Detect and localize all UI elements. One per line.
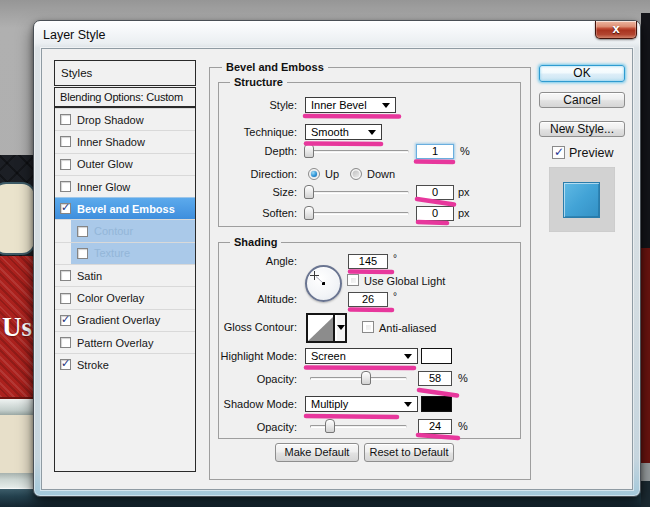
shadow-mode-label: Shadow Mode: <box>224 398 297 410</box>
sidebar-item-bevel-and-emboss[interactable]: Bevel and Emboss <box>55 197 195 219</box>
technique-dropdown[interactable]: Smooth <box>305 124 382 140</box>
style-label: Style: <box>269 99 297 111</box>
contour-triangle-shape <box>308 315 335 341</box>
sidebar-item-label: Pattern Overlay <box>77 337 153 349</box>
sidebar-item-contour[interactable]: Contour <box>55 219 195 241</box>
shadow-opacity-unit: % <box>458 420 468 432</box>
new-style-button[interactable]: New Style... <box>539 121 625 137</box>
gloss-contour-picker[interactable] <box>306 313 347 343</box>
gloss-contour-label: Gloss Contour: <box>224 321 297 333</box>
pattern-overlay-checkbox[interactable] <box>60 337 71 348</box>
shadow-mode-dropdown[interactable]: Multiply <box>305 396 418 412</box>
sidebar-item-pattern-overlay[interactable]: Pattern Overlay <box>55 331 195 353</box>
anti-aliased-checkbox[interactable] <box>362 321 374 333</box>
anti-aliased-label: Anti-aliased <box>379 322 436 334</box>
depth-value-input[interactable]: 1 <box>416 144 454 159</box>
highlight-opacity-thumb[interactable] <box>361 371 371 385</box>
angle-unit: ° <box>393 253 397 264</box>
bg-right-dark-region <box>641 13 650 248</box>
sidebar-item-label: Gradient Overlay <box>77 314 160 326</box>
style-dropdown[interactable]: Inner Bevel <box>305 97 396 113</box>
ok-button[interactable]: OK <box>539 65 625 82</box>
sidebar-item-texture[interactable]: Texture <box>55 242 195 264</box>
bg-right-slate-strip <box>641 481 650 507</box>
texture-checkbox[interactable] <box>77 248 88 259</box>
close-icon: x <box>612 21 619 36</box>
layer-style-dialog: Layer Style x Styles Blending Options: C… <box>33 20 641 497</box>
depth-slider-thumb[interactable] <box>304 144 314 158</box>
contour-checkbox[interactable] <box>77 226 88 237</box>
stroke-checkbox[interactable] <box>60 359 71 370</box>
sidebar-item-blending-options[interactable]: Blending Options: Custom <box>55 88 195 108</box>
bg-beige-region <box>0 415 34 473</box>
use-global-light-label: Use Global Light <box>364 275 445 287</box>
sidebar-item-gradient-overlay[interactable]: Gradient Overlay <box>55 309 195 331</box>
direction-label: Direction: <box>251 168 297 180</box>
bg-right-gray-strip <box>641 463 650 481</box>
sidebar-item-inner-shadow[interactable]: Inner Shadow <box>55 130 195 152</box>
make-default-button[interactable]: Make Default <box>275 443 359 462</box>
altitude-value-input[interactable]: 26 <box>348 292 388 307</box>
sidebar-item-label: Bevel and Emboss <box>77 203 175 215</box>
cancel-button[interactable]: Cancel <box>539 92 625 108</box>
dialog-titlebar[interactable]: Layer Style x <box>34 21 640 48</box>
soften-value-input[interactable]: 0 <box>416 206 454 221</box>
drop-shadow-checkbox[interactable] <box>60 114 71 125</box>
shading-title: Shading <box>230 235 281 249</box>
preview-checkbox[interactable] <box>552 146 565 159</box>
use-global-light-checkbox[interactable] <box>347 274 359 286</box>
sidebar-item-label: Inner Shadow <box>77 136 145 148</box>
sidebar-item-drop-shadow[interactable]: Drop Shadow <box>55 108 195 130</box>
sidebar-item-satin[interactable]: Satin <box>55 264 195 286</box>
direction-down-radio[interactable] <box>350 168 362 180</box>
color-overlay-checkbox[interactable] <box>60 293 71 304</box>
angle-dial-center-dot <box>322 282 325 285</box>
close-button[interactable]: x <box>595 21 637 39</box>
satin-checkbox[interactable] <box>60 270 71 281</box>
altitude-unit: ° <box>393 291 397 302</box>
highlight-opacity-track[interactable] <box>310 377 407 380</box>
sidebar-item-label: Color Overlay <box>77 292 144 304</box>
direction-up-radio[interactable] <box>308 168 320 180</box>
depth-slider-track[interactable] <box>306 150 409 153</box>
sidebar-item-label: Outer Glow <box>77 158 133 170</box>
highlight-color-swatch[interactable] <box>421 348 452 364</box>
bevel-and-emboss-checkbox[interactable] <box>60 203 71 214</box>
styles-header-box: Styles <box>54 60 196 86</box>
angle-value-input[interactable]: 145 <box>348 254 388 269</box>
gradient-overlay-checkbox[interactable] <box>60 315 71 326</box>
shadow-color-swatch[interactable] <box>421 396 452 412</box>
gloss-contour-dropdown[interactable] <box>337 315 345 341</box>
soften-slider-track[interactable] <box>306 212 409 215</box>
inner-shadow-checkbox[interactable] <box>60 136 71 147</box>
technique-label: Technique: <box>244 126 297 138</box>
gloss-contour-thumbnail[interactable] <box>308 315 335 341</box>
sidebar-item-stroke[interactable]: Stroke <box>55 353 195 375</box>
dialog-title: Layer Style <box>43 28 106 42</box>
size-slider-track[interactable] <box>306 191 409 194</box>
checkbox-inner-fill <box>366 325 371 330</box>
inner-glow-checkbox[interactable] <box>60 181 71 192</box>
soften-slider-thumb[interactable] <box>304 206 314 220</box>
outer-glow-checkbox[interactable] <box>60 159 71 170</box>
reset-to-default-button[interactable]: Reset to Default <box>364 443 454 462</box>
highlight-mode-dropdown[interactable]: Screen <box>305 348 418 364</box>
style-value: Inner Bevel <box>311 99 367 111</box>
sidebar-item-color-overlay[interactable]: Color Overlay <box>55 286 195 308</box>
direction-down-label: Down <box>367 168 395 180</box>
altitude-label: Altitude: <box>257 293 297 305</box>
shadow-opacity-input[interactable]: 24 <box>418 419 452 434</box>
size-value-input[interactable]: 0 <box>416 185 454 200</box>
styles-list: Blending Options: Custom Drop Shadow Inn… <box>54 87 196 472</box>
sidebar-item-outer-glow[interactable]: Outer Glow <box>55 153 195 175</box>
dialog-client-area: Styles Blending Options: Custom Drop Sha… <box>41 48 633 490</box>
soften-label: Soften: <box>262 207 297 219</box>
sidebar-item-label: Inner Glow <box>77 181 130 193</box>
depth-label: Depth: <box>265 145 297 157</box>
technique-value: Smooth <box>311 126 349 138</box>
shadow-opacity-thumb[interactable] <box>325 419 335 433</box>
highlight-opacity-label: Opacity: <box>257 373 297 385</box>
sidebar-item-inner-glow[interactable]: Inner Glow <box>55 175 195 197</box>
highlight-opacity-input[interactable]: 58 <box>418 371 452 386</box>
size-slider-thumb[interactable] <box>304 185 314 199</box>
